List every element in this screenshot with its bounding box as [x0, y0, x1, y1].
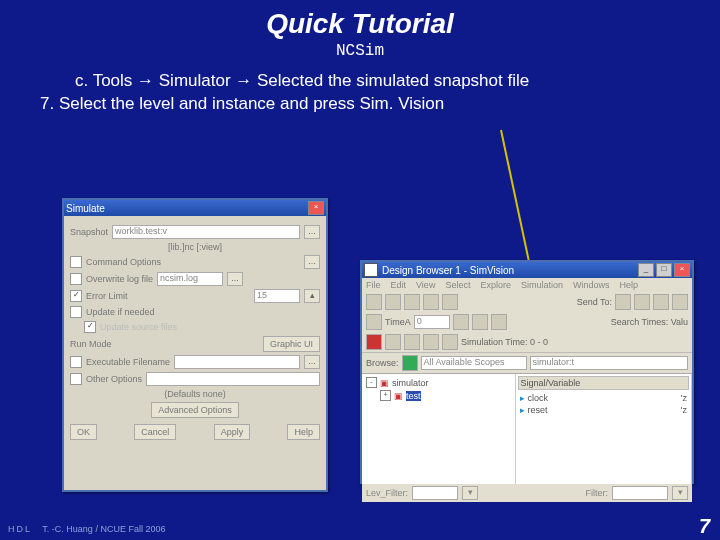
hint-text: [lib.]nc [:view]	[168, 242, 222, 252]
advanced-button[interactable]: Advanced Options	[151, 402, 239, 418]
update-src-label: Update source files	[100, 322, 177, 332]
stop-icon[interactable]	[404, 334, 420, 350]
play-icon[interactable]	[385, 334, 401, 350]
exec-checkbox[interactable]	[70, 356, 82, 368]
errlimit-input[interactable]: 15	[254, 289, 300, 303]
sendto-icon[interactable]	[672, 294, 688, 310]
sendto-icon[interactable]	[653, 294, 669, 310]
close-icon[interactable]: ×	[308, 201, 324, 215]
tool-icon[interactable]	[404, 294, 420, 310]
scope-bar: Browse: All Available Scopes simulator:t	[362, 352, 692, 373]
close-icon[interactable]: ×	[674, 263, 690, 277]
levfilter-label: Lev_Filter:	[366, 488, 408, 498]
menu-explore[interactable]: Explore	[480, 280, 511, 290]
browse-button[interactable]: ...	[304, 225, 320, 239]
filter-input[interactable]	[612, 486, 668, 500]
simtime-label: Simulation Time: 0 - 0	[461, 337, 548, 347]
tool-icon[interactable]	[423, 334, 439, 350]
overwrite-checkbox[interactable]	[70, 273, 82, 285]
dialog-titlebar: Simulate ×	[64, 200, 326, 216]
footer-text: T. -C. Huang / NCUE Fall 2006	[42, 524, 165, 534]
exec-browse-button[interactable]: ...	[304, 355, 320, 369]
filter-label: Filter:	[586, 488, 609, 498]
help-button[interactable]: Help	[287, 424, 320, 440]
slide-title: Quick Tutorial	[0, 0, 720, 40]
update-src-checkbox[interactable]: ✓	[84, 321, 96, 333]
toolbar-3: Simulation Time: 0 - 0	[362, 332, 692, 352]
tool-icon[interactable]	[366, 294, 382, 310]
menu-simulation[interactable]: Simulation	[521, 280, 563, 290]
spinner-icon[interactable]: ▴	[304, 289, 320, 303]
signal-row[interactable]: ▸reset'z	[518, 404, 690, 416]
levfilter-input[interactable]	[412, 486, 458, 500]
menu-windows[interactable]: Windows	[573, 280, 610, 290]
cmd-opt-button[interactable]: ...	[304, 255, 320, 269]
path-input[interactable]: simulator:t	[530, 356, 688, 370]
sendto-icon[interactable]	[634, 294, 650, 310]
time-input[interactable]: 0	[414, 315, 450, 329]
sendto-label: Send To:	[577, 297, 612, 307]
signal-pane: Signal/Variable ▸clock'z ▸reset'z	[516, 374, 693, 484]
tool-icon[interactable]	[442, 334, 458, 350]
errlimit-label: Error Limit	[86, 291, 128, 301]
exec-input[interactable]	[174, 355, 300, 369]
log-browse-button[interactable]: ...	[227, 272, 243, 286]
cmd-opt-checkbox[interactable]	[70, 256, 82, 268]
minimize-icon[interactable]: _	[638, 263, 654, 277]
log-input[interactable]: ncsim.log	[157, 272, 223, 286]
maximize-icon[interactable]: □	[656, 263, 672, 277]
footer: HDL T. -C. Huang / NCUE Fall 2006	[8, 524, 165, 534]
tree-root[interactable]: -▣simulator	[364, 376, 513, 389]
filter-button[interactable]: ▾	[672, 486, 688, 500]
signal-header: Signal/Variable	[518, 376, 690, 390]
ok-button[interactable]: OK	[70, 424, 97, 440]
record-icon[interactable]	[366, 334, 382, 350]
time-label: TimeA	[385, 317, 411, 327]
defaults-text: (Defaults none)	[164, 389, 226, 399]
collapse-icon[interactable]: -	[366, 377, 377, 388]
menubar: File Edit View Select Explore Simulation…	[362, 278, 692, 292]
slide-body: c. Tools → Simulator → Selected the simu…	[0, 60, 720, 116]
tool-icon[interactable]	[366, 314, 382, 330]
browse-label: Browse:	[366, 358, 399, 368]
tool-icon[interactable]	[472, 314, 488, 330]
tool-icon[interactable]	[385, 294, 401, 310]
tool-icon[interactable]	[442, 294, 458, 310]
menu-file[interactable]: File	[366, 280, 381, 290]
tool-icon[interactable]	[491, 314, 507, 330]
runmode-label: Run Mode	[70, 339, 112, 349]
menu-help[interactable]: Help	[619, 280, 638, 290]
apply-button[interactable]: Apply	[214, 424, 251, 440]
runmode-select[interactable]: Graphic UI	[263, 336, 320, 352]
update-checkbox[interactable]	[70, 306, 82, 318]
tree-selected: test	[406, 391, 421, 401]
tree-pane: -▣simulator +▣test	[362, 374, 516, 484]
menu-edit[interactable]: Edit	[391, 280, 407, 290]
app-icon	[364, 263, 378, 277]
overwrite-label: Overwrite log file	[86, 274, 153, 284]
dialog-title: Simulate	[66, 203, 105, 214]
cancel-button[interactable]: Cancel	[134, 424, 176, 440]
menu-select[interactable]: Select	[445, 280, 470, 290]
other-checkbox[interactable]	[70, 373, 82, 385]
expand-icon[interactable]: +	[380, 390, 391, 401]
signal-row[interactable]: ▸clock'z	[518, 392, 690, 404]
page-number: 7	[699, 515, 710, 538]
tree-item[interactable]: +▣test	[378, 389, 513, 402]
step-c: c. Tools → Simulator → Selected the simu…	[75, 70, 690, 93]
simulate-dialog: Simulate × Snapshotworklib.test:v... [li…	[62, 198, 328, 492]
menu-view[interactable]: View	[416, 280, 435, 290]
tool-icon[interactable]	[423, 294, 439, 310]
footer-hdl: HDL	[8, 524, 32, 534]
sendto-icon[interactable]	[615, 294, 631, 310]
scope-select[interactable]: All Available Scopes	[421, 356, 527, 370]
errlimit-checkbox[interactable]: ✓	[70, 290, 82, 302]
search-label: Search Times: Valu	[611, 317, 688, 327]
tool-icon[interactable]	[453, 314, 469, 330]
bottom-bar: Lev_Filter: ▾ Filter: ▾	[362, 484, 692, 502]
levfilter-button[interactable]: ▾	[462, 486, 478, 500]
other-input[interactable]	[146, 372, 320, 386]
scope-icon[interactable]	[402, 355, 418, 371]
snapshot-input[interactable]: worklib.test:v	[112, 225, 300, 239]
snapshot-label: Snapshot	[70, 227, 108, 237]
